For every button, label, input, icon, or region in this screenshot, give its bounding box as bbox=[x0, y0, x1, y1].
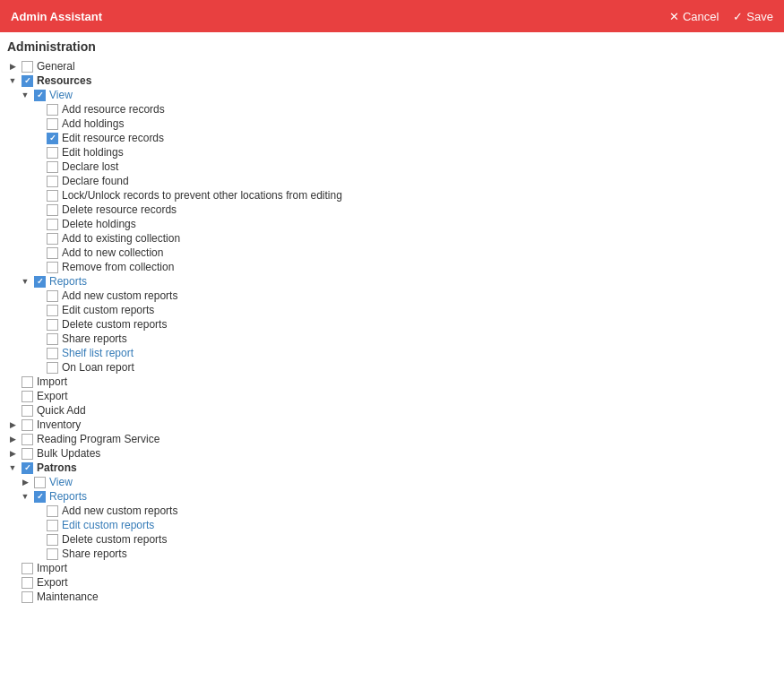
import-checkbox[interactable] bbox=[22, 376, 33, 388]
patrons-view-label: View bbox=[49, 476, 73, 488]
bulk-arrow[interactable] bbox=[7, 448, 18, 459]
del-cr-checkbox[interactable] bbox=[47, 319, 58, 331]
p-delete-custom-row[interactable]: Delete custom reports bbox=[32, 532, 777, 547]
shelf-r-checkbox[interactable] bbox=[47, 348, 58, 359]
edit-cr-checkbox[interactable] bbox=[47, 305, 58, 316]
res-reports-row[interactable]: Reports bbox=[20, 274, 777, 289]
add-custom-reports-row[interactable]: Add new custom reports bbox=[32, 289, 777, 303]
on-loan-report-row[interactable]: On Loan report bbox=[32, 360, 777, 375]
delete-custom-reports-row[interactable]: Delete custom reports bbox=[32, 317, 777, 332]
add-new-collection-row[interactable]: Add to new collection bbox=[32, 246, 777, 260]
save-button[interactable]: ✓ Save bbox=[733, 10, 773, 23]
patrons-reports-row[interactable]: Reports bbox=[20, 489, 777, 504]
edit-resource-checkbox[interactable] bbox=[47, 133, 58, 144]
inventory-arrow[interactable] bbox=[7, 419, 18, 430]
bulk-updates-row[interactable]: Bulk Updates bbox=[7, 446, 777, 461]
reading-arrow[interactable] bbox=[7, 434, 18, 444]
export-checkbox[interactable] bbox=[22, 391, 33, 402]
inventory-checkbox[interactable] bbox=[22, 419, 33, 431]
import-row[interactable]: Import bbox=[7, 375, 777, 389]
resources-arrow[interactable] bbox=[7, 75, 18, 86]
resources-row[interactable]: Resources bbox=[7, 73, 777, 88]
add-existing-checkbox[interactable] bbox=[47, 233, 58, 245]
reading-program-row[interactable]: Reading Program Service bbox=[7, 432, 777, 446]
quickadd-label: Quick Add bbox=[37, 404, 86, 417]
patrons-view-checkbox[interactable] bbox=[34, 477, 46, 488]
export-row[interactable]: Export bbox=[7, 389, 777, 403]
patrons-view-arrow[interactable] bbox=[20, 477, 30, 487]
onloan-r-checkbox[interactable] bbox=[47, 362, 58, 374]
p-edit-cr-checkbox[interactable] bbox=[47, 520, 58, 531]
delete-holdings-row[interactable]: Delete holdings bbox=[32, 217, 777, 231]
patrons-checkbox[interactable] bbox=[22, 462, 33, 474]
p-add-custom-row[interactable]: Add new custom reports bbox=[32, 504, 777, 518]
page-title: Administration bbox=[7, 39, 777, 54]
general-arrow[interactable] bbox=[7, 61, 18, 72]
declare-found-row[interactable]: Declare found bbox=[32, 174, 777, 188]
view-label: View bbox=[49, 89, 73, 101]
declare-lost-checkbox[interactable] bbox=[47, 161, 58, 173]
delete-resource-row[interactable]: Delete resource records bbox=[32, 203, 777, 217]
general-checkbox[interactable] bbox=[22, 61, 33, 73]
edit-custom-reports-row[interactable]: Edit custom reports bbox=[32, 303, 777, 317]
add-holdings-checkbox[interactable] bbox=[47, 118, 58, 130]
bulk-checkbox[interactable] bbox=[22, 448, 33, 460]
patrons-view-row[interactable]: View bbox=[20, 475, 777, 489]
add-new-col-checkbox[interactable] bbox=[47, 247, 58, 259]
add-resource-row[interactable]: Add resource records bbox=[32, 102, 777, 116]
p-maint-checkbox[interactable] bbox=[22, 591, 33, 603]
inventory-row[interactable]: Inventory bbox=[7, 418, 777, 432]
add-resource-checkbox[interactable] bbox=[47, 104, 58, 116]
p-export-row[interactable]: Export bbox=[7, 575, 777, 590]
patrons-rep-checkbox[interactable] bbox=[34, 491, 46, 503]
add-holdings-label: Add holdings bbox=[62, 117, 124, 130]
bulk-label: Bulk Updates bbox=[37, 447, 100, 460]
p-add-cr-label: Add new custom reports bbox=[62, 504, 177, 517]
edit-holdings-checkbox[interactable] bbox=[47, 147, 58, 159]
p-del-cr-label: Delete custom reports bbox=[62, 533, 167, 546]
res-reports-checkbox[interactable] bbox=[34, 276, 46, 288]
lock-unlock-row[interactable]: Lock/Unlock records to prevent other loc… bbox=[32, 188, 777, 203]
view-checkbox[interactable] bbox=[34, 90, 46, 101]
remove-col-checkbox[interactable] bbox=[47, 262, 58, 273]
add-holdings-row[interactable]: Add holdings bbox=[32, 116, 777, 131]
view-arrow[interactable] bbox=[20, 90, 30, 100]
delete-holdings-checkbox[interactable] bbox=[47, 219, 58, 230]
declare-found-label: Declare found bbox=[62, 175, 129, 187]
p-edit-custom-row[interactable]: Edit custom reports bbox=[32, 518, 777, 532]
resources-checkbox[interactable] bbox=[22, 75, 33, 87]
view-row[interactable]: View bbox=[20, 88, 777, 102]
patrons-rep-arrow[interactable] bbox=[20, 491, 30, 502]
lock-unlock-checkbox[interactable] bbox=[47, 190, 58, 202]
remove-collection-row[interactable]: Remove from collection bbox=[32, 260, 777, 274]
add-cr-checkbox[interactable] bbox=[47, 290, 58, 302]
cancel-button[interactable]: ✕ Cancel bbox=[669, 10, 719, 23]
p-del-cr-checkbox[interactable] bbox=[47, 534, 58, 546]
general-row[interactable]: General bbox=[7, 59, 777, 73]
p-share-checkbox[interactable] bbox=[47, 548, 58, 560]
edit-resource-row[interactable]: Edit resource records bbox=[32, 131, 777, 145]
p-import-label: Import bbox=[37, 562, 67, 574]
share-r-checkbox[interactable] bbox=[47, 333, 58, 345]
declare-lost-row[interactable]: Declare lost bbox=[32, 159, 777, 174]
p-maintenance-row[interactable]: Maintenance bbox=[7, 590, 777, 604]
res-reports-arrow[interactable] bbox=[20, 276, 30, 287]
patrons-row[interactable]: Patrons bbox=[7, 461, 777, 475]
p-share-reports-row[interactable]: Share reports bbox=[32, 547, 777, 561]
p-import-checkbox[interactable] bbox=[22, 563, 33, 574]
reading-checkbox[interactable] bbox=[22, 434, 33, 445]
p-add-cr-checkbox[interactable] bbox=[47, 505, 58, 517]
p-import-row[interactable]: Import bbox=[7, 561, 777, 575]
quick-add-row[interactable]: Quick Add bbox=[7, 403, 777, 418]
share-reports-row[interactable]: Share reports bbox=[32, 332, 777, 346]
declare-found-checkbox[interactable] bbox=[47, 176, 58, 187]
patrons-arrow[interactable] bbox=[7, 462, 18, 473]
edit-holdings-row[interactable]: Edit holdings bbox=[32, 145, 777, 159]
add-existing-collection-row[interactable]: Add to existing collection bbox=[32, 231, 777, 246]
shelf-list-report-row[interactable]: Shelf list report bbox=[32, 346, 777, 360]
quickadd-checkbox[interactable] bbox=[22, 405, 33, 417]
delete-resource-checkbox[interactable] bbox=[47, 204, 58, 216]
add-new-col-label: Add to new collection bbox=[62, 246, 163, 259]
save-icon: ✓ bbox=[733, 10, 743, 23]
p-export-checkbox[interactable] bbox=[22, 577, 33, 589]
